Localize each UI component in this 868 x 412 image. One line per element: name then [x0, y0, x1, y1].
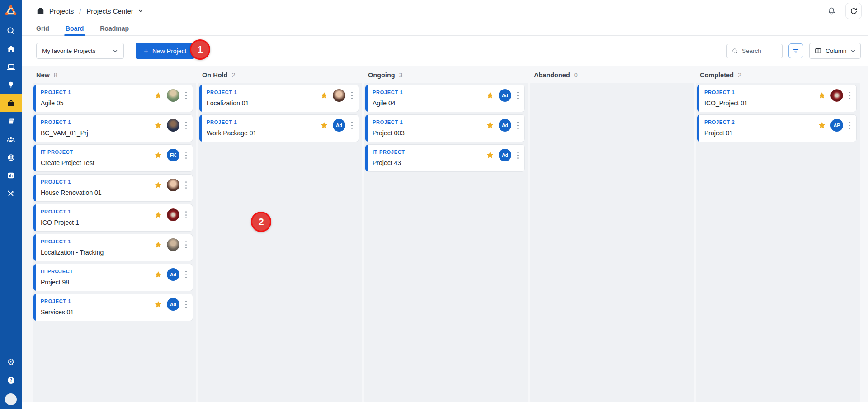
card-icons: [154, 208, 188, 221]
tab-grid[interactable]: Grid: [36, 22, 49, 35]
sidebar-user-avatar[interactable]: [0, 389, 22, 409]
notifications-button[interactable]: [827, 6, 836, 16]
card-menu-icon[interactable]: [184, 120, 188, 131]
sidebar-item-documents[interactable]: [0, 112, 22, 130]
card-menu-icon[interactable]: [516, 150, 520, 161]
sidebar-item-home[interactable]: [0, 40, 22, 58]
sidebar-item-projects[interactable]: [0, 94, 22, 112]
card-icons: Ad: [320, 119, 354, 132]
card-title: House Renovation 01: [41, 189, 102, 196]
card-menu-icon[interactable]: [516, 120, 520, 131]
card-accent-bar: [199, 85, 202, 112]
card-menu-icon[interactable]: [516, 90, 520, 101]
project-card[interactable]: PROJECT 1Project 003Ad: [365, 114, 525, 142]
lightbulb-icon: [6, 81, 15, 90]
board-column-new: New8PROJECT 1Agile 05PROJECT 1BC_VAM_01_…: [33, 66, 196, 402]
project-card[interactable]: IT PROJECTCreate Project TestFK: [33, 144, 193, 172]
main-area: Projects / Projects Center Grid Board Ro…: [22, 0, 868, 412]
tools-icon: [6, 189, 15, 198]
project-card[interactable]: PROJECT 1Services 01Ad: [33, 294, 193, 321]
star-icon[interactable]: [486, 121, 494, 129]
project-card[interactable]: PROJECT 1ICO_Project 01: [697, 85, 857, 112]
project-card[interactable]: PROJECT 1BC_VAM_01_Prj: [33, 114, 193, 142]
favorite-projects-select[interactable]: My favorite Projects: [36, 43, 124, 59]
card-menu-icon[interactable]: [350, 120, 354, 131]
avatar: Ad: [499, 149, 511, 161]
project-card[interactable]: PROJECT 1Localization 01: [199, 85, 359, 112]
sidebar-item-search[interactable]: [0, 22, 22, 40]
sidebar-item-tools[interactable]: [0, 185, 22, 203]
project-card[interactable]: PROJECT 1House Renovation 01: [33, 174, 193, 202]
sidebar-item-workspace[interactable]: [0, 58, 22, 76]
card-menu-icon[interactable]: [184, 270, 188, 280]
project-card[interactable]: IT PROJECTProject 43Ad: [365, 144, 525, 172]
star-icon[interactable]: [486, 151, 494, 159]
app-logo-icon[interactable]: [0, 0, 22, 22]
project-card[interactable]: PROJECT 1Agile 05: [33, 85, 193, 112]
star-icon[interactable]: [818, 121, 826, 129]
star-icon[interactable]: [154, 181, 162, 189]
filter-button[interactable]: [788, 43, 803, 58]
card-menu-icon[interactable]: [184, 180, 188, 190]
sidebar-item-help[interactable]: ?: [0, 371, 22, 389]
board-column-abandoned: Abandoned0: [530, 66, 694, 402]
card-menu-icon[interactable]: [848, 120, 852, 131]
card-menu-icon[interactable]: [184, 90, 188, 101]
sidebar-item-goals[interactable]: [0, 148, 22, 166]
column-header: Completed2: [696, 66, 860, 83]
card-menu-icon[interactable]: [184, 210, 188, 220]
project-card[interactable]: PROJECT 1Agile 04Ad: [365, 85, 525, 112]
star-icon[interactable]: [320, 121, 328, 129]
column-count: 0: [574, 71, 578, 79]
card-category: PROJECT 1: [41, 90, 71, 95]
breadcrumb-section[interactable]: Projects: [49, 7, 74, 15]
tab-roadmap[interactable]: Roadmap: [100, 22, 129, 35]
star-icon[interactable]: [154, 121, 162, 129]
column-view-select[interactable]: Column: [809, 43, 861, 59]
breadcrumb[interactable]: Projects / Projects Center: [36, 7, 143, 15]
star-icon[interactable]: [486, 91, 494, 99]
project-card[interactable]: IT PROJECTProject 98Ad: [33, 264, 193, 291]
project-card[interactable]: PROJECT 1Localization - Tracking: [33, 234, 193, 261]
column-header: On Hold2: [198, 66, 362, 83]
star-icon[interactable]: [154, 211, 162, 219]
project-card[interactable]: PROJECT 1ICO-Project 1: [33, 204, 193, 232]
card-title: Services 01: [41, 308, 74, 316]
card-icons: [818, 89, 852, 102]
star-icon[interactable]: [154, 300, 162, 308]
star-icon[interactable]: [154, 270, 162, 279]
team-icon: [6, 134, 16, 144]
card-menu-icon[interactable]: [184, 150, 188, 161]
breadcrumb-page[interactable]: Projects Center: [86, 7, 133, 15]
column-count: 3: [399, 71, 403, 79]
star-icon[interactable]: [154, 151, 162, 159]
star-icon[interactable]: [154, 241, 162, 249]
column-count: 2: [738, 71, 741, 79]
card-category: PROJECT 1: [207, 119, 237, 125]
star-icon[interactable]: [320, 91, 328, 99]
sidebar-item-team[interactable]: [0, 130, 22, 148]
tab-board[interactable]: Board: [66, 22, 84, 35]
new-project-button[interactable]: + New Project: [136, 43, 194, 59]
star-icon[interactable]: [818, 91, 826, 99]
card-menu-icon[interactable]: [848, 90, 852, 101]
search-input[interactable]: [742, 47, 777, 54]
card-menu-icon[interactable]: [350, 90, 354, 101]
sidebar-item-reports[interactable]: [0, 166, 22, 185]
card-category: PROJECT 1: [41, 209, 71, 214]
sidebar-item-settings[interactable]: ⚙: [0, 353, 22, 371]
card-title: Project 43: [373, 159, 401, 166]
card-menu-icon[interactable]: [184, 299, 188, 310]
favorite-projects-select-value: My favorite Projects: [42, 47, 96, 54]
star-icon[interactable]: [154, 91, 162, 99]
avatar: [167, 208, 179, 221]
project-card[interactable]: PROJECT 1Work Package 01Ad: [199, 114, 359, 142]
avatar: Ad: [167, 268, 179, 281]
refresh-button[interactable]: [845, 3, 862, 19]
search-box[interactable]: [726, 44, 783, 58]
avatar: [167, 238, 179, 251]
card-menu-icon[interactable]: [184, 240, 188, 250]
sidebar-item-ideas[interactable]: [0, 76, 22, 94]
star-icon: [154, 151, 162, 159]
project-card[interactable]: PROJECT 2Project 01AP: [697, 114, 857, 142]
